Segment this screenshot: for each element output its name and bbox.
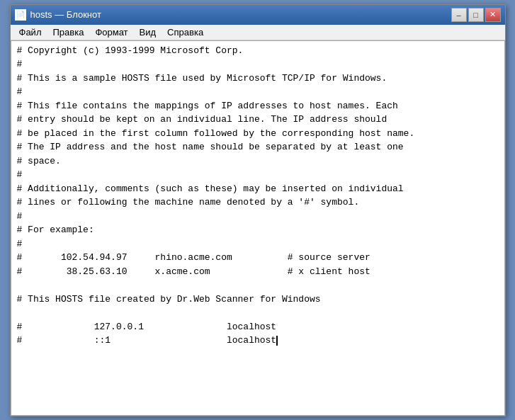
text-editor[interactable]: # Copyright (c) 1993-1999 Microsoft Corp… — [11, 40, 505, 416]
maximize-button[interactable]: □ — [468, 8, 484, 22]
editor-line: # — [17, 168, 499, 182]
menu-edit[interactable]: Правка — [47, 25, 89, 39]
menu-file[interactable]: Файл — [13, 25, 47, 39]
editor-line: # Additionally, comments (such as these)… — [17, 182, 499, 196]
editor-line: # For example: — [17, 223, 499, 237]
editor-line — [17, 306, 499, 320]
editor-line: # This file contains the mappings of IP … — [17, 99, 499, 113]
editor-line: # 38.25.63.10 x.acme.com # x client host — [17, 265, 499, 279]
menu-view[interactable]: Вид — [134, 25, 162, 39]
editor-line: # 127.0.0.1 localhost — [17, 320, 499, 334]
editor-line: # space. — [17, 154, 499, 169]
editor-line: # entry should be kept on an individual … — [17, 113, 499, 127]
editor-line: # — [17, 57, 499, 72]
title-bar: 📄 hosts — Блокнот – □ ✕ — [11, 5, 505, 25]
editor-line: # be placed in the first column followed… — [17, 127, 499, 141]
menu-help[interactable]: Справка — [162, 25, 209, 39]
editor-line: # This HOSTS file created by Dr.Web Scan… — [17, 293, 499, 307]
editor-line: # — [17, 85, 499, 99]
title-bar-left: 📄 hosts — Блокнот — [15, 9, 101, 21]
minimize-button[interactable]: – — [451, 8, 467, 22]
menu-format[interactable]: Формат — [89, 25, 133, 39]
app-icon: 📄 — [15, 9, 26, 21]
editor-line — [17, 278, 499, 293]
editor-line: # ::1 localhost — [17, 334, 499, 348]
editor-line: # The IP address and the host name shoul… — [17, 140, 499, 154]
editor-line: # — [17, 210, 499, 224]
editor-line: # — [17, 237, 499, 251]
menu-bar: Файл Правка Формат Вид Справка — [11, 25, 505, 40]
editor-content: # Copyright (c) 1993-1999 Microsoft Corp… — [17, 44, 499, 412]
window-controls: – □ ✕ — [451, 8, 501, 22]
text-cursor — [276, 336, 278, 346]
editor-line: # 102.54.94.97 rhino.acme.com # source s… — [17, 251, 499, 265]
editor-line: # This is a sample HOSTS file used by Mi… — [17, 72, 499, 86]
close-button[interactable]: ✕ — [485, 8, 501, 22]
editor-line: # lines or following the machine name de… — [17, 195, 499, 210]
notepad-window: 📄 hosts — Блокнот – □ ✕ Файл Правка Форм… — [10, 4, 506, 416]
editor-line: # Copyright (c) 1993-1999 Microsoft Corp… — [17, 44, 499, 58]
window-title: hosts — Блокнот — [30, 9, 101, 20]
